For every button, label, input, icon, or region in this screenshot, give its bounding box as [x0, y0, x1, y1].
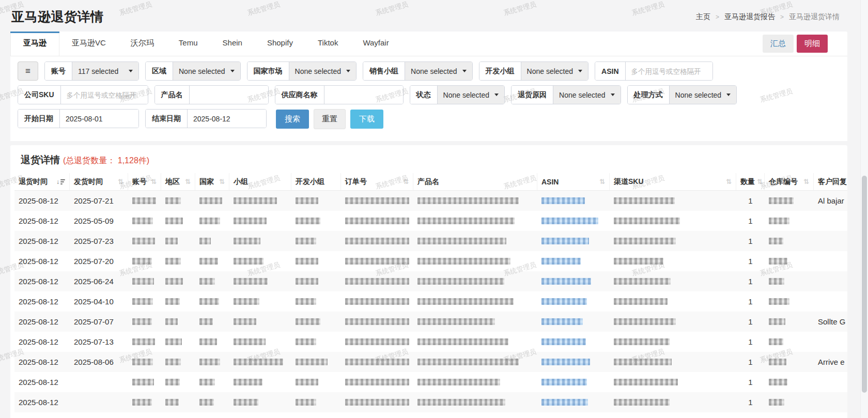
- redacted-value: [296, 318, 320, 325]
- menu-icon[interactable]: ≡: [18, 61, 38, 81]
- cell-客户回复: [814, 412, 847, 418]
- redacted-asin-link[interactable]: [541, 338, 586, 345]
- filter-input-开始日期[interactable]: [60, 110, 138, 128]
- redacted-asin-link[interactable]: [541, 197, 585, 204]
- redacted-value: [199, 197, 222, 204]
- redacted-asin-link[interactable]: [541, 379, 587, 385]
- filter-dropdown-处理方式[interactable]: None selected: [670, 86, 737, 104]
- filter-dropdown-开发小组[interactable]: None selected: [521, 62, 588, 80]
- cell-退货时间: 2025-08-12: [14, 332, 70, 352]
- cell-客户回复: [814, 231, 847, 251]
- download-button[interactable]: 下载: [350, 110, 383, 129]
- column-header-地区[interactable]: 地区⇅: [161, 173, 195, 190]
- filter-dropdown-状态[interactable]: None selected: [438, 86, 505, 104]
- cell-产品名: [413, 332, 537, 352]
- cell-开发小组: [291, 312, 341, 332]
- redacted-value: [199, 298, 219, 305]
- cell-退货时间: 2025-08-12: [14, 291, 70, 312]
- filter-dropdown-退货原因[interactable]: None selected: [553, 86, 621, 104]
- cell-客户回复: [814, 392, 847, 412]
- tab-Temu[interactable]: Temu: [166, 32, 210, 56]
- sort-icon[interactable]: ⇅: [726, 178, 732, 185]
- sort-icon[interactable]: ⇅: [803, 178, 809, 185]
- cell-开发小组: [291, 211, 341, 231]
- sort-icon[interactable]: ⇅: [118, 178, 123, 185]
- tab-Tiktok[interactable]: Tiktok: [305, 32, 350, 56]
- filter-label: 结束日期: [146, 110, 188, 128]
- filter-dropdown-区域[interactable]: None selected: [173, 62, 240, 80]
- column-header-退货时间[interactable]: 退货时间↓: [14, 173, 70, 190]
- cell-产品名: [413, 372, 537, 392]
- platform-tabs: 亚马逊亚马逊VC沃尔玛TemuSheinShopifyTiktokWayfair…: [10, 32, 847, 56]
- cell-订单号: [341, 251, 413, 271]
- redacted-value: [345, 338, 409, 345]
- column-header-数量[interactable]: 数量⇅: [736, 173, 765, 190]
- sort-icon[interactable]: ⇅: [219, 178, 225, 185]
- breadcrumb-item[interactable]: 亚马逊退货报告: [724, 12, 775, 22]
- dropdown-value: None selected: [443, 91, 490, 99]
- column-header-产品名: 产品名: [413, 173, 537, 190]
- filter-dropdown-国家市场[interactable]: None selected: [289, 62, 357, 80]
- scrollbar-thumb[interactable]: [862, 176, 867, 393]
- redacted-value: [234, 197, 277, 204]
- tab-Shopify[interactable]: Shopify: [255, 32, 305, 56]
- sort-icon[interactable]: ⇅: [403, 178, 409, 185]
- tab-Shein[interactable]: Shein: [210, 32, 255, 56]
- filter-dropdown-账号[interactable]: 117 selected: [72, 62, 138, 80]
- cell-开发小组: [291, 271, 341, 291]
- filter-label: ASIN: [595, 62, 625, 80]
- filter-actions: 搜索 重置 下载: [276, 109, 383, 129]
- filter-group-开发小组: 开发小组None selected: [479, 61, 589, 81]
- redacted-value: [199, 399, 214, 406]
- column-header-ASIN[interactable]: ASIN⇅: [537, 173, 610, 190]
- filter-dropdown-销售小组[interactable]: None selected: [405, 62, 472, 80]
- redacted-value: [614, 379, 678, 385]
- redacted-asin-link[interactable]: [541, 278, 591, 285]
- summary-button[interactable]: 汇总: [763, 35, 794, 53]
- redacted-asin-link[interactable]: [541, 318, 583, 325]
- filter-input-结束日期[interactable]: [188, 110, 266, 128]
- tab-沃尔玛[interactable]: 沃尔玛: [118, 32, 166, 56]
- redacted-asin-link[interactable]: [541, 298, 587, 305]
- column-header-仓库编号[interactable]: 仓库编号⇅: [765, 173, 814, 190]
- cell-国家: [195, 191, 229, 211]
- breadcrumb-item[interactable]: 主页: [696, 12, 710, 22]
- filter-input-供应商名称[interactable]: [324, 86, 403, 104]
- sort-icon[interactable]: ⇅: [151, 178, 157, 185]
- search-button[interactable]: 搜索: [276, 110, 309, 129]
- sort-icon[interactable]: ⇅: [757, 178, 763, 185]
- cell-发货时间: [70, 392, 128, 412]
- tab-亚马逊[interactable]: 亚马逊: [10, 32, 59, 56]
- filter-input-公司SKU[interactable]: [61, 86, 148, 104]
- redacted-asin-link[interactable]: [541, 359, 590, 365]
- cell-订单号: [341, 352, 413, 372]
- column-label: 渠道SKU: [614, 177, 644, 187]
- filter-input-产品名[interactable]: [190, 86, 268, 104]
- column-header-账号[interactable]: 账号⇅: [128, 173, 161, 190]
- redacted-value: [234, 359, 283, 365]
- tab-亚马逊VC[interactable]: 亚马逊VC: [59, 32, 118, 56]
- column-header-国家[interactable]: 国家⇅: [195, 173, 229, 190]
- redacted-asin-link[interactable]: [541, 399, 588, 406]
- redacted-asin-link[interactable]: [541, 218, 598, 224]
- cell-账号: [128, 231, 161, 251]
- redacted-asin-link[interactable]: [541, 238, 589, 244]
- sort-icon[interactable]: ⇅: [185, 178, 191, 185]
- sort-icon[interactable]: ⇅: [599, 178, 605, 185]
- reset-button[interactable]: 重置: [314, 109, 346, 129]
- filter-input-ASIN[interactable]: [626, 62, 712, 80]
- column-header-订单号[interactable]: 订单号⇅: [341, 173, 413, 190]
- table-row: 2025-08-122025-08-061Arrive e: [14, 352, 847, 372]
- sort-desc-icon[interactable]: ↓: [56, 178, 65, 185]
- cell-账号: [128, 291, 161, 312]
- cell-退货时间: 2025-08-12: [14, 412, 70, 418]
- redacted-asin-link[interactable]: [541, 258, 581, 265]
- cell-数量: 1: [736, 332, 765, 352]
- cell-小组: [229, 312, 291, 332]
- redacted-value: [417, 298, 514, 305]
- tab-Wayfair[interactable]: Wayfair: [350, 32, 401, 56]
- detail-button[interactable]: 明细: [797, 35, 828, 53]
- column-label: 订单号: [345, 177, 367, 187]
- column-header-发货时间[interactable]: 发货时间⇅: [70, 173, 128, 190]
- column-header-渠道SKU[interactable]: 渠道SKU⇅: [610, 173, 736, 190]
